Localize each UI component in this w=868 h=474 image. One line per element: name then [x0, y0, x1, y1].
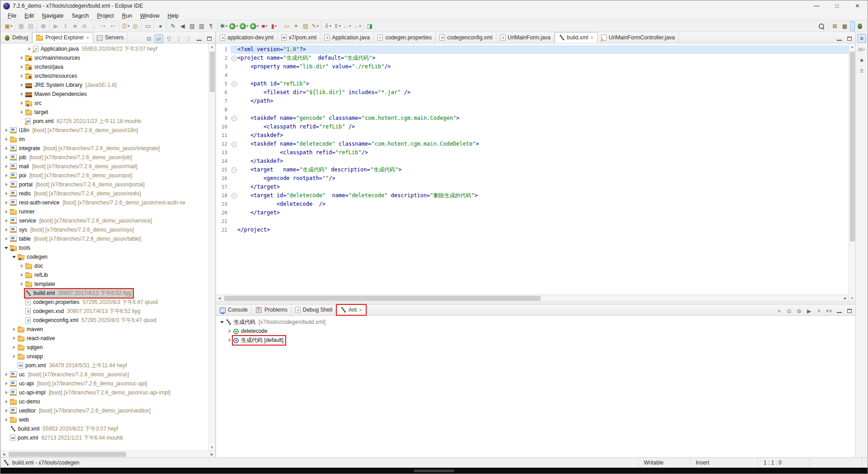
minimize-view-icon[interactable] [195, 34, 203, 43]
maximize-window-button[interactable]: □ [827, 0, 847, 11]
tree-row[interactable]: react-native [0, 334, 208, 343]
code-editor[interactable]: 1 <?xml version="1.0"?> 2 [216, 43, 849, 294]
tree-expand-arrow-icon[interactable] [19, 65, 25, 69]
tree-expand-arrow-icon[interactable] [3, 228, 9, 232]
menu-navigate[interactable]: Navigate [38, 12, 67, 20]
minimize-editor-icon[interactable] [835, 34, 844, 43]
fold-marker-icon[interactable] [231, 209, 237, 217]
scrollbar-thumb[interactable] [850, 52, 855, 242]
tree-row[interactable]: build.xml 30807 2017/4/13 下午6:52 liyg [0, 289, 208, 298]
next-annotation-icon[interactable]: ⇩ [323, 21, 332, 31]
ant-tree-row[interactable]: 生成代码 [x7/tools/codegen/build.xml] [216, 318, 855, 327]
tree-expand-arrow-icon[interactable] [19, 264, 25, 268]
scroll-down-icon[interactable]: ▼ [210, 444, 214, 450]
relaunch-icon[interactable]: ▮ [269, 21, 278, 31]
fold-marker-icon[interactable] [231, 88, 237, 97]
view-menu-icon[interactable]: ⋮ [184, 34, 193, 43]
step-return-icon[interactable]: ↩ [108, 21, 118, 31]
tree-row[interactable]: sys [boot] [x7/branches/7.2.6_demo_jason… [0, 225, 208, 234]
filter-internal-targets-icon[interactable]: ⊘ [795, 307, 803, 315]
tree-row[interactable]: rest-auth-service [boot] [x7/branches/7.… [0, 198, 208, 207]
open-task-icon[interactable]: ▭ [143, 21, 152, 31]
search-icon[interactable] [818, 23, 825, 30]
tree-row[interactable]: template [0, 280, 208, 289]
tree-expand-arrow-icon[interactable] [19, 101, 25, 105]
new-wizard-icon[interactable]: ▣ [4, 21, 13, 31]
tab-codegen-properties[interactable]: codegen.properties × [374, 32, 436, 43]
tree-row[interactable]: web [0, 415, 208, 424]
tree-expand-arrow-icon[interactable] [19, 92, 25, 96]
tab-debug-view[interactable]: Debug × [0, 32, 32, 43]
step-into-icon[interactable]: ↓ [89, 21, 99, 31]
fold-marker-icon[interactable] [231, 45, 237, 54]
last-edit-location-icon[interactable]: ✎ [310, 21, 320, 31]
minimize-view-icon[interactable] [835, 307, 844, 315]
tree-row[interactable]: uc-api [boot] [x7/branches/7.2.6_demo_ja… [0, 379, 208, 388]
fold-marker-icon[interactable] [231, 97, 237, 105]
remove-buildfile-icon[interactable]: × [815, 307, 823, 315]
close-tab-icon[interactable]: × [359, 307, 362, 313]
resume-icon[interactable]: ▶ [51, 21, 61, 31]
tab-console[interactable]: Console × [216, 304, 252, 315]
run-to-line-icon[interactable]: ◎ [130, 21, 140, 31]
scroll-up-icon[interactable]: ▲ [850, 43, 854, 50]
tree-expand-arrow-icon[interactable] [3, 418, 9, 422]
tree-row[interactable]: codegen [0, 252, 208, 261]
fold-marker-icon[interactable] [231, 217, 237, 226]
outline-view-icon[interactable]: ☰ [857, 66, 866, 76]
tree-expand-arrow-icon[interactable] [26, 47, 33, 51]
fold-marker-icon[interactable] [231, 183, 237, 191]
tree-expand-arrow-icon[interactable] [19, 282, 25, 286]
tab-problems[interactable]: Problems × [252, 304, 292, 315]
tree-row[interactable]: refLib [0, 270, 208, 280]
open-type-icon[interactable]: ▭ [282, 21, 291, 31]
tree-row[interactable]: src/main/resources [0, 53, 208, 62]
tab-urlmainform-java[interactable]: UrlMainForm.java × [496, 32, 555, 43]
restore-views-icon[interactable]: ⊞ [857, 34, 866, 43]
fold-marker-icon[interactable] [231, 148, 237, 157]
search-buildfile-icon[interactable]: ⊙ [785, 307, 793, 315]
maximize-view-icon[interactable] [845, 307, 854, 315]
menu-search[interactable]: Search [68, 12, 92, 20]
show-whitespace-icon[interactable]: ¶ [206, 21, 216, 31]
fold-marker-icon[interactable] [231, 131, 237, 140]
fold-marker-icon[interactable] [231, 174, 237, 183]
tree-expand-arrow-icon[interactable] [3, 247, 9, 249]
tree-expand-arrow-icon[interactable] [3, 210, 9, 213]
close-tab-icon[interactable]: × [590, 35, 593, 40]
skip-breakpoints-icon[interactable]: ⊘ [38, 21, 48, 31]
tree-expand-arrow-icon[interactable] [3, 174, 9, 177]
pin-editor-icon[interactable]: ◨ [365, 21, 374, 31]
scrollbar-thumb[interactable] [210, 52, 215, 92]
tree-row[interactable]: integrate [boot] [x7/branches/7.2.6_demo… [0, 144, 208, 153]
fold-marker-icon[interactable] [231, 166, 237, 174]
tree-row[interactable]: maven [0, 325, 208, 334]
project-tree[interactable]: Application.java 55953 2020/6/22 下午3:07 … [0, 43, 208, 450]
customize-view-icon[interactable]: ⋮ [175, 34, 183, 43]
link-with-editor-icon[interactable]: ⇄ [155, 34, 163, 43]
fold-marker-icon[interactable] [231, 62, 237, 71]
tree-row[interactable]: runner [0, 207, 208, 216]
open-view-icon[interactable]: ▥ [187, 21, 197, 31]
menu-file[interactable]: File [4, 12, 20, 20]
menu-edit[interactable]: Edit [21, 12, 38, 20]
tree-expand-arrow-icon[interactable] [3, 147, 9, 150]
tree-row[interactable]: src [0, 99, 208, 108]
scroll-right-icon[interactable]: ▶ [842, 295, 849, 301]
tab-build-xml[interactable]: build.xml × [555, 32, 598, 43]
prev-annotation-icon[interactable]: ⇧ [332, 21, 342, 31]
ant-view[interactable]: 生成代码 [x7/tools/codegen/build.xml] delete… [216, 316, 855, 457]
pin-icon[interactable]: ◀ [178, 21, 187, 31]
ant-tree-row[interactable]: 生成代码 [default] [216, 336, 855, 345]
fold-marker-icon[interactable] [231, 105, 237, 114]
tree-expand-arrow-icon[interactable] [219, 321, 225, 323]
tree-row[interactable]: poi [boot] [x7/branches/7.2.6_demo_jason… [0, 171, 208, 180]
terminate-launch-icon[interactable]: ■ [259, 21, 269, 31]
tree-row[interactable]: target [0, 108, 208, 117]
disconnect-icon[interactable]: ⊗ [80, 21, 89, 31]
save-all-icon[interactable]: ▤ [26, 21, 35, 31]
step-over-icon[interactable]: ↪ [99, 21, 108, 31]
tree-expand-arrow-icon[interactable] [19, 110, 25, 114]
run-launch-icon[interactable]: ▶ [228, 21, 239, 31]
fold-marker-icon[interactable] [231, 80, 237, 88]
